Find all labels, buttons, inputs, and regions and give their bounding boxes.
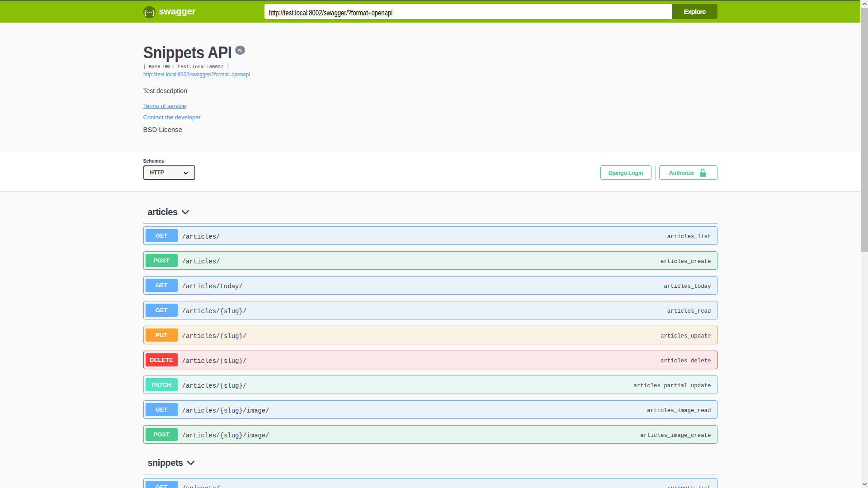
- svg-text:{···}: {···}: [144, 9, 155, 16]
